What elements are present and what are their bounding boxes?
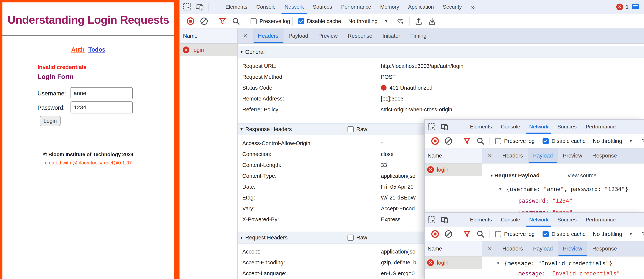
preserve-log-checkbox[interactable] (250, 18, 257, 24)
nav-link-auth[interactable]: Auth (71, 46, 84, 53)
close-detail-icon[interactable]: ✕ (482, 245, 497, 252)
tab-sources[interactable]: Sources (553, 213, 581, 227)
preserve-log-checkbox[interactable] (495, 138, 501, 144)
device-toolbar-icon[interactable] (440, 216, 448, 224)
tab-elements[interactable]: Elements (221, 0, 252, 14)
preserve-log-checkbox[interactable] (495, 231, 501, 237)
clear-icon[interactable] (197, 17, 211, 25)
expander-icon[interactable]: ▼ (240, 236, 244, 240)
tab-memory[interactable]: Memory (376, 0, 404, 14)
json-entry[interactable]: username"anne" (482, 208, 644, 212)
detail-tab-timing[interactable]: Timing (405, 28, 432, 43)
expander-icon[interactable]: ▼ (240, 50, 244, 54)
tab-sources[interactable]: Sources (553, 120, 581, 134)
tab-security[interactable]: Security (438, 0, 466, 14)
close-detail-icon[interactable]: ✕ (482, 152, 497, 159)
tab-performance[interactable]: Performance (581, 120, 620, 134)
tab-console[interactable]: Console (496, 213, 525, 227)
nav-link-todos[interactable]: Todos (88, 46, 106, 53)
detail-tab-payload[interactable]: Payload (284, 28, 313, 43)
tab-elements[interactable]: Elements (466, 213, 496, 227)
record-icon[interactable] (428, 230, 442, 238)
more-tabs-icon[interactable]: » (466, 4, 480, 11)
detail-tab-headers[interactable]: Headers (497, 241, 528, 256)
request-row-login[interactable]: ✕login (424, 164, 482, 176)
tab-console[interactable]: Console (252, 0, 280, 14)
request-row-login[interactable]: ✕login (180, 44, 238, 56)
raw-label[interactable]: Raw (356, 126, 367, 132)
request-list-header[interactable]: Name (424, 241, 482, 256)
preserve-log-label[interactable]: Preserve log (504, 138, 535, 144)
record-icon[interactable] (184, 17, 197, 25)
throttling-caret-icon[interactable]: ▼ (384, 19, 388, 24)
request-list-header[interactable]: Name (180, 28, 238, 44)
clear-icon[interactable] (442, 230, 455, 238)
network-conditions-icon[interactable] (638, 137, 644, 145)
disable-cache-label[interactable]: Disable cache (552, 138, 586, 144)
detail-tab-response[interactable]: Response (343, 28, 378, 43)
device-toolbar-icon[interactable] (196, 3, 204, 11)
network-conditions-icon[interactable] (638, 230, 644, 238)
throttling-select[interactable]: No throttling (593, 231, 622, 237)
search-icon[interactable] (474, 230, 487, 238)
filter-icon[interactable] (460, 230, 474, 238)
detail-tab-headers[interactable]: Headers (497, 148, 528, 163)
preserve-log-label[interactable]: Preserve log (504, 231, 535, 237)
throttling-select[interactable]: No throttling (593, 138, 622, 144)
expander-icon[interactable]: ▼ (496, 261, 500, 266)
detail-tab-response[interactable]: Response (587, 241, 622, 256)
disable-cache-checkbox[interactable] (298, 18, 304, 24)
tab-sources[interactable]: Sources (308, 0, 337, 14)
tab-elements[interactable]: Elements (466, 120, 496, 134)
tab-performance[interactable]: Performance (581, 213, 620, 227)
tab-console[interactable]: Console (496, 120, 525, 134)
request-row-login[interactable]: ✕login (424, 256, 482, 269)
disable-cache-checkbox[interactable] (542, 138, 549, 144)
import-har-icon[interactable] (412, 17, 425, 25)
detail-tab-preview[interactable]: Preview (558, 241, 587, 256)
raw-label[interactable]: Raw (356, 234, 367, 241)
filter-icon[interactable] (460, 137, 474, 145)
filter-icon[interactable] (216, 17, 229, 25)
raw-checkbox[interactable] (348, 234, 354, 241)
payload-summary[interactable]: ▼{username: "anne", password: "1234"} (482, 185, 644, 193)
expander-icon[interactable]: ▼ (498, 187, 502, 191)
throttling-caret-icon[interactable]: ▼ (629, 139, 633, 143)
footer-link[interactable]: created with @bloomtools/react@0.1.37 (2, 160, 174, 166)
expander-icon[interactable]: ▼ (490, 174, 494, 178)
close-detail-icon[interactable]: ✕ (238, 32, 253, 40)
disable-cache-label[interactable]: Disable cache (552, 231, 586, 237)
detail-tab-initiator[interactable]: Initiator (377, 28, 405, 43)
detail-tab-payload[interactable]: Payload (528, 148, 558, 163)
inspect-icon[interactable] (183, 3, 191, 11)
login-button[interactable]: Login (40, 116, 60, 126)
inspect-icon[interactable] (428, 122, 436, 131)
username-input[interactable] (70, 87, 133, 99)
detail-tab-headers[interactable]: Headers (253, 28, 284, 43)
feedback-icon[interactable] (631, 2, 640, 11)
tab-network[interactable]: Network (524, 120, 553, 134)
disable-cache-label[interactable]: Disable cache (307, 18, 341, 24)
search-icon[interactable] (474, 137, 487, 145)
tab-network[interactable]: Network (280, 0, 308, 14)
throttling-select[interactable]: No throttling (348, 18, 378, 24)
request-list-header[interactable]: Name (424, 148, 482, 164)
tab-performance[interactable]: Performance (337, 0, 376, 14)
detail-tab-preview[interactable]: Preview (558, 148, 587, 163)
preview-summary[interactable]: ▼{message: "Invalid credentials"} (482, 259, 644, 268)
expander-icon[interactable]: ▼ (240, 127, 244, 132)
search-icon[interactable] (229, 17, 243, 25)
preserve-log-label[interactable]: Preserve log (260, 18, 290, 24)
raw-checkbox[interactable] (348, 126, 354, 132)
password-input[interactable] (70, 102, 133, 114)
throttling-caret-icon[interactable]: ▼ (629, 232, 633, 236)
tab-network[interactable]: Network (524, 213, 553, 227)
clear-icon[interactable] (442, 137, 455, 145)
json-entry[interactable]: message"Invalid credentials" (482, 269, 644, 278)
detail-tab-preview[interactable]: Preview (313, 28, 343, 43)
device-toolbar-icon[interactable] (440, 122, 448, 131)
network-conditions-icon[interactable] (394, 17, 407, 25)
detail-tab-payload[interactable]: Payload (528, 241, 558, 256)
view-source-link[interactable]: view source (568, 172, 596, 179)
inspect-icon[interactable] (428, 216, 436, 224)
